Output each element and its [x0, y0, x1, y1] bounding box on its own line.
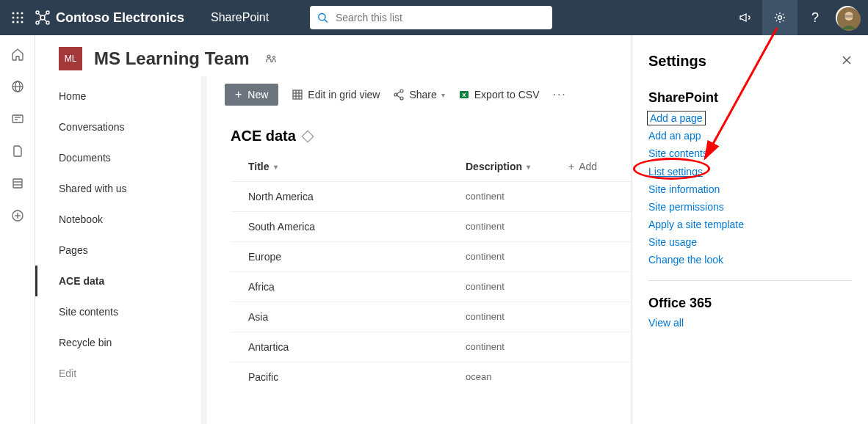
excel-icon: X	[458, 89, 470, 100]
share-icon	[393, 89, 405, 100]
export-label: Export to CSV	[474, 89, 540, 100]
svg-point-20	[778, 16, 782, 20]
svg-point-12	[36, 21, 39, 24]
cell-description: continent	[466, 311, 598, 323]
user-avatar[interactable]	[836, 6, 859, 29]
brand-icon	[35, 10, 50, 25]
chevron-down-icon: ▾	[527, 163, 530, 171]
svg-point-3	[12, 17, 15, 19]
svg-text:X: X	[462, 92, 466, 98]
nav-item-notebook[interactable]: Notebook	[35, 204, 201, 235]
divider	[648, 280, 852, 281]
files-icon[interactable]	[10, 144, 25, 158]
chevron-down-icon: ▾	[274, 163, 278, 171]
svg-line-14	[39, 14, 41, 16]
nav-item-home[interactable]: Home	[35, 81, 201, 112]
plus-icon: +	[235, 88, 242, 101]
settings-link-site-usage[interactable]: Site usage	[648, 236, 852, 248]
svg-point-37	[272, 56, 275, 59]
help-button[interactable]: ?	[798, 0, 833, 35]
settings-link-site-permissions[interactable]: Site permissions	[648, 201, 852, 213]
nav-item-conversations[interactable]: Conversations	[35, 112, 201, 142]
svg-rect-23	[844, 15, 854, 18]
nav-item-documents[interactable]: Documents	[35, 142, 201, 173]
view-all-link[interactable]: View all	[648, 317, 852, 329]
settings-link-add-a-page[interactable]: Add a page	[648, 112, 704, 124]
svg-line-19	[325, 20, 328, 23]
cell-description: continent	[466, 281, 598, 293]
export-button[interactable]: X Export to CSV	[458, 89, 540, 100]
svg-rect-30	[13, 179, 22, 188]
chevron-down-icon: ▾	[441, 91, 445, 99]
svg-point-11	[46, 11, 49, 14]
cell-title: Africa	[248, 281, 466, 293]
settings-link-site-contents[interactable]: Site contents	[648, 147, 852, 159]
new-label: New	[247, 89, 268, 100]
settings-link-site-information[interactable]: Site information	[648, 183, 852, 195]
brand-logo-area[interactable]: Contoso Electronics	[35, 10, 184, 26]
globe-icon[interactable]	[10, 79, 25, 94]
search-input[interactable]	[336, 12, 545, 23]
app-launcher[interactable]	[0, 0, 35, 35]
new-button[interactable]: + New	[225, 84, 278, 106]
brand-name: Contoso Electronics	[56, 10, 184, 26]
gear-icon	[773, 11, 786, 24]
edit-grid-button[interactable]: Edit in grid view	[292, 89, 380, 100]
svg-point-1	[17, 12, 19, 15]
svg-point-2	[21, 12, 23, 15]
settings-link-add-an-app[interactable]: Add an app	[648, 130, 852, 142]
svg-point-36	[267, 55, 270, 58]
column-title[interactable]: Title ▾	[248, 161, 466, 172]
search-box[interactable]	[310, 6, 552, 29]
settings-link-change-the-look[interactable]: Change the look	[648, 254, 852, 266]
cell-description: ocean	[466, 371, 598, 383]
news-icon[interactable]	[10, 112, 25, 126]
close-icon	[842, 55, 852, 65]
sharepoint-section-title: SharePoint	[648, 90, 852, 106]
nav-item-ace-data[interactable]: ACE data	[35, 266, 201, 296]
site-logo[interactable]: ML	[59, 47, 82, 70]
svg-line-17	[44, 19, 46, 21]
site-title[interactable]: MS Learning Team	[94, 48, 250, 69]
share-button[interactable]: Share ▾	[393, 89, 444, 100]
settings-panel: Settings SharePoint Add a pageAdd an app…	[632, 35, 868, 424]
search-icon	[317, 12, 328, 23]
favorite-icon[interactable]	[301, 130, 314, 142]
settings-link-list-settings[interactable]: List settings	[648, 166, 703, 178]
nav-edit[interactable]: Edit	[35, 358, 201, 389]
megaphone-button[interactable]	[727, 0, 762, 35]
add-circle-icon[interactable]	[10, 208, 25, 223]
cell-title: Antartica	[248, 341, 466, 353]
teams-icon[interactable]	[264, 52, 278, 65]
left-rail	[0, 35, 35, 424]
column-description[interactable]: Description ▾	[466, 161, 568, 172]
home-icon[interactable]	[10, 47, 25, 62]
svg-point-6	[12, 21, 15, 23]
office365-section-title: Office 365	[648, 296, 852, 311]
nav-item-recycle-bin[interactable]: Recycle bin	[35, 327, 201, 358]
share-label: Share	[409, 89, 436, 100]
svg-rect-27	[12, 115, 23, 123]
site-navigation: HomeConversationsDocumentsShared with us…	[35, 76, 201, 424]
more-actions[interactable]: ···	[552, 88, 566, 101]
close-button[interactable]	[842, 55, 852, 68]
grid-icon	[292, 89, 303, 100]
svg-line-15	[44, 14, 46, 16]
nav-item-site-contents[interactable]: Site contents	[35, 296, 201, 327]
svg-point-4	[17, 17, 19, 19]
question-icon: ?	[811, 10, 819, 26]
svg-point-13	[46, 21, 49, 24]
cell-title: North America	[248, 191, 466, 202]
nav-item-shared-with-us[interactable]: Shared with us	[35, 173, 201, 204]
add-column[interactable]: + Add	[568, 161, 597, 172]
panel-title: Settings	[648, 53, 706, 70]
list-title: ACE data	[231, 128, 296, 145]
plus-icon: +	[568, 161, 574, 172]
nav-item-pages[interactable]: Pages	[35, 235, 201, 266]
svg-point-0	[12, 12, 15, 15]
list-icon[interactable]	[10, 176, 25, 191]
settings-link-apply-a-site-template[interactable]: Apply a site template	[648, 219, 852, 230]
app-name[interactable]: SharePoint	[211, 11, 269, 24]
svg-line-16	[39, 19, 41, 21]
settings-button[interactable]	[762, 0, 798, 35]
